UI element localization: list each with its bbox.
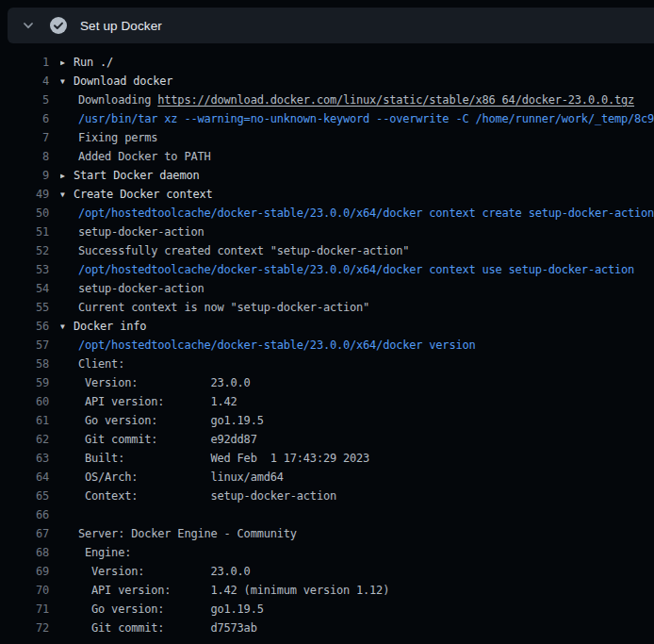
- step-title: Set up Docker: [80, 19, 162, 33]
- log-line-content: Version: 23.0.0: [60, 373, 654, 392]
- line-number[interactable]: 59: [0, 373, 49, 392]
- line-number[interactable]: 70: [0, 581, 49, 600]
- log-line: 67Server: Docker Engine - Community: [0, 524, 654, 543]
- triangle-right-icon[interactable]: ▶: [60, 54, 74, 72]
- log-text: Current context is now "setup-docker-act…: [78, 301, 369, 314]
- log-line-content: Current context is now "setup-docker-act…: [60, 298, 654, 317]
- log-line-content: API version: 1.42: [60, 392, 654, 411]
- line-number[interactable]: 55: [0, 298, 49, 317]
- log-text: Added Docker to PATH: [78, 150, 211, 163]
- log-line[interactable]: 1▶Run ./: [0, 53, 654, 72]
- log-line-content: /opt/hostedtoolcache/docker-stable/23.0.…: [60, 260, 654, 279]
- line-number[interactable]: 5: [0, 91, 49, 109]
- triangle-down-icon[interactable]: ▼: [60, 73, 74, 91]
- line-number[interactable]: 4: [0, 72, 49, 91]
- line-number[interactable]: 69: [0, 562, 49, 581]
- triangle-down-icon[interactable]: ▼: [60, 186, 74, 204]
- line-number[interactable]: 54: [0, 279, 49, 298]
- log-line-content: Successfully created context "setup-dock…: [60, 241, 654, 260]
- step-header[interactable]: Set up Docker: [8, 8, 654, 43]
- log-line-content: Git commit: d7573ab: [60, 619, 654, 637]
- log-line: 51setup-docker-action: [0, 223, 654, 241]
- log-text: API version: 1.42 (minimum version 1.12): [78, 584, 389, 597]
- log-line-content: Engine:: [60, 543, 654, 562]
- log-text: setup-docker-action: [78, 225, 204, 239]
- log-line-content: Client:: [60, 355, 654, 373]
- line-number[interactable]: 52: [0, 241, 49, 260]
- line-number[interactable]: 1: [0, 53, 49, 72]
- log-text: API version: 1.42: [78, 395, 237, 408]
- line-number[interactable]: 66: [0, 505, 49, 524]
- log-text: Server: Docker Engine - Community: [78, 527, 297, 540]
- log-line: 59 Version: 23.0.0: [0, 373, 654, 392]
- log-link[interactable]: https://download.docker.com/linux/static…: [157, 93, 634, 107]
- log-line-content: ▼Create Docker context: [60, 185, 654, 204]
- line-number[interactable]: 61: [0, 411, 49, 430]
- log-line: 63 Built: Wed Feb 1 17:43:29 2023: [0, 449, 654, 468]
- triangle-right-icon[interactable]: ▶: [60, 167, 74, 185]
- line-number[interactable]: 60: [0, 392, 49, 411]
- log-line-content: Downloading https://download.docker.com/…: [60, 91, 654, 109]
- log-line[interactable]: 9▶Start Docker daemon: [0, 166, 654, 185]
- line-number[interactable]: 71: [0, 600, 49, 619]
- log-text: Create Docker context: [74, 188, 213, 201]
- log-line-content: ▶Start Docker daemon: [60, 166, 654, 185]
- line-number[interactable]: 58: [0, 355, 49, 373]
- line-number[interactable]: 9: [0, 166, 49, 185]
- log-text: Git commit: e92dd87: [78, 433, 257, 446]
- triangle-down-icon[interactable]: ▼: [60, 318, 74, 336]
- line-number[interactable]: 72: [0, 619, 49, 637]
- line-number[interactable]: 49: [0, 185, 49, 204]
- line-number[interactable]: 7: [0, 128, 49, 147]
- line-number[interactable]: 50: [0, 204, 49, 223]
- line-number[interactable]: 62: [0, 430, 49, 449]
- line-number[interactable]: 51: [0, 223, 49, 241]
- log-line-content: Go version: go1.19.5: [60, 600, 654, 619]
- line-number[interactable]: 68: [0, 543, 49, 562]
- line-number[interactable]: 57: [0, 336, 49, 355]
- check-circle-icon: [49, 16, 68, 35]
- log-line[interactable]: 56▼Docker info: [0, 317, 654, 336]
- log-line: 69 Version: 23.0.0: [0, 562, 654, 581]
- log-line: 68 Engine:: [0, 543, 654, 562]
- log-line: 57/opt/hostedtoolcache/docker-stable/23.…: [0, 336, 654, 355]
- log-line: 55Current context is now "setup-docker-a…: [0, 298, 654, 317]
- log-line-content: /opt/hostedtoolcache/docker-stable/23.0.…: [60, 336, 654, 355]
- line-number[interactable]: 67: [0, 524, 49, 543]
- log-text: Go version: go1.19.5: [78, 603, 264, 616]
- log-text: Version: 23.0.0: [78, 565, 251, 578]
- command-text: /opt/hostedtoolcache/docker-stable/23.0.…: [78, 206, 654, 220]
- line-number[interactable]: 6: [0, 109, 49, 128]
- chevron-down-icon[interactable]: [22, 19, 35, 32]
- log-line: 58Client:: [0, 355, 654, 373]
- log-line[interactable]: 4▼Download docker: [0, 72, 654, 91]
- log-line: 70 API version: 1.42 (minimum version 1.…: [0, 581, 654, 600]
- line-number[interactable]: 56: [0, 317, 49, 336]
- log-text: OS/Arch: linux/amd64: [78, 471, 284, 484]
- log-line-content: Git commit: e92dd87: [60, 430, 654, 449]
- log-line-content: Version: 23.0.0: [60, 562, 654, 581]
- log-line-content: ▶Run ./: [60, 53, 654, 72]
- log-line-content: ▼Download docker: [60, 72, 654, 91]
- log-line: 66: [0, 505, 654, 524]
- line-number[interactable]: 63: [0, 449, 49, 468]
- command-text: /opt/hostedtoolcache/docker-stable/23.0.…: [78, 339, 475, 352]
- log-line: 72 Git commit: d7573ab: [0, 619, 654, 637]
- line-number[interactable]: 64: [0, 468, 49, 487]
- log-line: 62 Git commit: e92dd87: [0, 430, 654, 449]
- log-line[interactable]: 49▼Create Docker context: [0, 185, 654, 204]
- log-line-content: ▼Docker info: [60, 317, 654, 336]
- log-line-content: setup-docker-action: [60, 279, 654, 298]
- log-line-content: setup-docker-action: [60, 223, 654, 241]
- line-number[interactable]: 53: [0, 260, 49, 279]
- log-line: 6/usr/bin/tar xz --warning=no-unknown-ke…: [0, 109, 654, 128]
- log-line-content: Added Docker to PATH: [60, 147, 654, 166]
- line-number[interactable]: 65: [0, 487, 49, 505]
- log-text: Version: 23.0.0: [78, 376, 251, 389]
- log-line: 7Fixing perms: [0, 128, 654, 147]
- log-line: 8Added Docker to PATH: [0, 147, 654, 166]
- line-number[interactable]: 8: [0, 147, 49, 166]
- log-line-content: OS/Arch: linux/amd64: [60, 468, 654, 487]
- log-text: Client:: [78, 357, 124, 371]
- log-area: 1▶Run ./4▼Download docker5Downloading ht…: [0, 43, 654, 644]
